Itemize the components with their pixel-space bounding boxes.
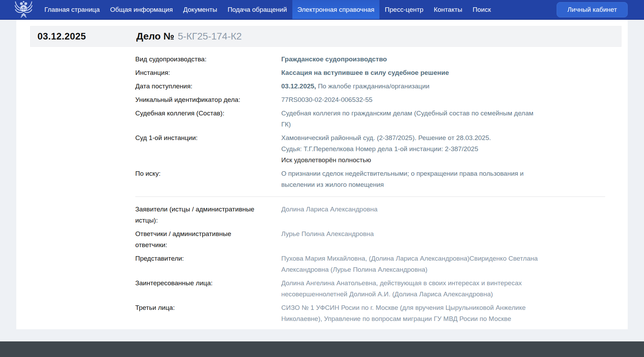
case-number: 5-КГ25-174-К2 (178, 31, 242, 42)
table-row-claim: По иску: О признании сделок недействител… (135, 168, 605, 190)
page-body: 03.12.2025 Дело №5-КГ25-174-К2 Вид судоп… (0, 20, 644, 341)
field-value: 03.12.2025, По жалобе гражданина/организ… (281, 81, 538, 92)
nav-item-contacts[interactable]: Контакты (429, 0, 467, 19)
table-row-representatives: Представители: Пухова Мария Михайловна, … (135, 253, 605, 275)
nav-item-electronic-reference[interactable]: Электронная справочная (292, 0, 379, 19)
table-row-first-instance-court: Суд 1-ой инстанции: Хамовнический районн… (135, 132, 605, 166)
table-row-respondents: Ответчики / административные ответчики: … (135, 228, 605, 251)
table-row-judicial-board: Судебная коллегия (Состав): Судебная кол… (135, 108, 605, 130)
table-row-third-parties: Третьи лица: СИЗО № 1 УФСИН Росии по г. … (135, 302, 605, 324)
personal-account-button[interactable]: Личный кабинет (557, 2, 628, 17)
field-value: О признании сделок недействительными; о … (281, 168, 538, 190)
section-divider (135, 197, 605, 197)
nav-spacer (496, 0, 557, 19)
table-row-instance: Инстанция: Кассация на вступившее в силу… (135, 67, 605, 78)
receipt-date: 03.12.2025, (281, 82, 316, 90)
field-label: Заявители (истцы / административные истц… (135, 204, 274, 226)
field-value: Лурье Полина Александровна (281, 228, 538, 251)
page-footer (0, 341, 644, 357)
first-instance-line1: Хамовнический районный суд. (2-387/2025)… (281, 132, 538, 143)
case-card: 03.12.2025 Дело №5-КГ25-174-К2 Вид судоп… (16, 20, 628, 329)
table-row-proceeding-type: Вид судопроизводства: Гражданское судопр… (135, 54, 605, 65)
receipt-note: По жалобе гражданина/организации (316, 82, 429, 90)
nav-item-general-info[interactable]: Общая информация (105, 0, 178, 19)
field-label: Суд 1-ой инстанции: (135, 132, 274, 166)
field-value: 77RS0030-02-2024-006532-55 (281, 94, 538, 105)
field-label: Ответчики / административные ответчики: (135, 228, 274, 251)
first-instance-line2: Судья: Т.Г.Перепелкова Номер дела 1-ой и… (281, 143, 538, 155)
field-label: Уникальный идентификатор дела: (135, 94, 274, 105)
field-value: Пухова Мария Михайловна, (Долина Лариса … (281, 253, 538, 275)
case-header-bar: 03.12.2025 Дело №5-КГ25-174-К2 (30, 26, 621, 47)
nav-item-search[interactable]: Поиск (468, 0, 496, 19)
field-label: Судебная коллегия (Состав): (135, 108, 274, 130)
nav-item-press-center[interactable]: Пресс-центр (380, 0, 428, 19)
table-row-interested-persons: Заинтересованные лица: Долина Ангелина А… (135, 278, 605, 300)
field-label: Заинтересованные лица: (135, 278, 274, 300)
double-headed-eagle-icon (14, 0, 34, 20)
case-details-table: Вид судопроизводства: Гражданское судопр… (135, 54, 605, 329)
nav-item-appeals[interactable]: Подача обращений (223, 0, 292, 19)
field-value: Долина Лариса Александровна (281, 204, 538, 226)
field-label: Вид судопроизводства: (135, 54, 274, 65)
field-label: Инстанция: (135, 67, 274, 78)
coat-of-arms-logo[interactable] (13, 0, 34, 19)
field-value: Гражданское судопроизводство (281, 54, 538, 65)
first-instance-result: Иск удовлетворён полностью (281, 155, 538, 166)
case-title: Дело №5-КГ25-174-К2 (136, 31, 242, 42)
case-date: 03.12.2025 (37, 31, 136, 42)
field-value: Кассация на вступившее в силу судебное р… (281, 67, 538, 78)
top-navigation: Главная страница Общая информация Докуме… (0, 0, 644, 20)
field-label: Представители: (135, 253, 274, 275)
table-row-claimants: Заявители (истцы / административные истц… (135, 204, 605, 226)
field-value: СИЗО № 1 УФСИН Росии по г. Москве (для в… (281, 302, 538, 324)
field-label: Дата поступления: (135, 81, 274, 92)
field-value: Судебная коллегия по гражданским делам (… (281, 108, 538, 130)
table-row-receipt-date: Дата поступления: 03.12.2025, По жалобе … (135, 81, 605, 92)
field-label: По иску: (135, 168, 274, 190)
nav-item-documents[interactable]: Документы (178, 0, 222, 19)
case-title-prefix: Дело № (136, 31, 174, 42)
nav-item-home[interactable]: Главная страница (40, 0, 105, 19)
table-row-unique-id: Уникальный идентификатор дела: 77RS0030-… (135, 94, 605, 105)
field-label: Третьи лица: (135, 302, 274, 324)
field-value: Долина Ангелина Анатольевна, действующая… (281, 278, 538, 300)
main-menu: Главная страница Общая информация Докуме… (40, 0, 496, 19)
field-value: Хамовнический районный суд. (2-387/2025)… (281, 132, 538, 166)
